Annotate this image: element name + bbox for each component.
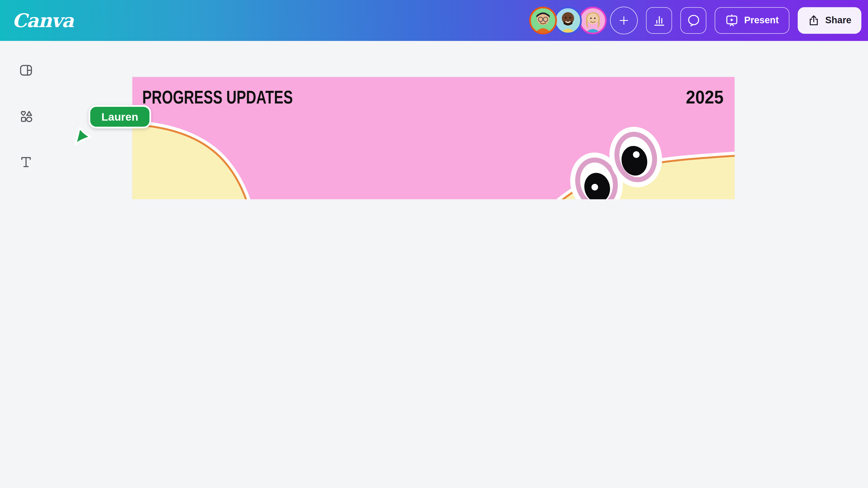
top-bar-actions: Present Share bbox=[529, 0, 861, 41]
sidebar-item-brand[interactable]: co bbox=[14, 196, 38, 199]
present-button[interactable]: Present bbox=[715, 7, 789, 34]
text-icon bbox=[19, 155, 33, 169]
presentation-icon bbox=[725, 14, 739, 27]
canva-logo[interactable]: Canva bbox=[12, 9, 73, 32]
collaborator-avatar-2[interactable] bbox=[554, 6, 582, 34]
shapes-icon bbox=[19, 109, 33, 123]
top-bar: Canva bbox=[0, 0, 868, 41]
speech-bubble-icon bbox=[687, 14, 700, 27]
avatar-2-image bbox=[556, 8, 581, 33]
add-collaborator-button[interactable] bbox=[610, 6, 638, 34]
slide-render bbox=[132, 77, 735, 199]
slide-canvas[interactable] bbox=[132, 77, 735, 199]
avatar-1-image bbox=[531, 8, 555, 33]
collaborator-avatar-3[interactable] bbox=[579, 6, 607, 34]
share-upload-icon bbox=[807, 14, 819, 27]
sidebar-item-elements[interactable] bbox=[14, 104, 38, 128]
collaborator-avatar-1[interactable] bbox=[529, 6, 557, 34]
collaborator-avatars bbox=[529, 6, 607, 34]
layout-icon bbox=[19, 63, 33, 77]
canva-editor: Canva bbox=[0, 0, 868, 199]
sidebar: co bbox=[0, 41, 52, 199]
sidebar-item-design[interactable] bbox=[14, 58, 38, 83]
comments-button[interactable] bbox=[681, 7, 707, 34]
insights-button[interactable] bbox=[646, 7, 672, 34]
present-label: Present bbox=[744, 15, 779, 26]
sidebar-item-text[interactable] bbox=[14, 150, 38, 174]
share-label: Share bbox=[825, 15, 851, 26]
share-button[interactable]: Share bbox=[798, 7, 861, 34]
cursor-pointer-icon bbox=[73, 125, 93, 146]
plus-icon bbox=[618, 14, 630, 27]
avatar-3-image bbox=[581, 8, 605, 33]
bar-chart-icon bbox=[653, 14, 666, 27]
